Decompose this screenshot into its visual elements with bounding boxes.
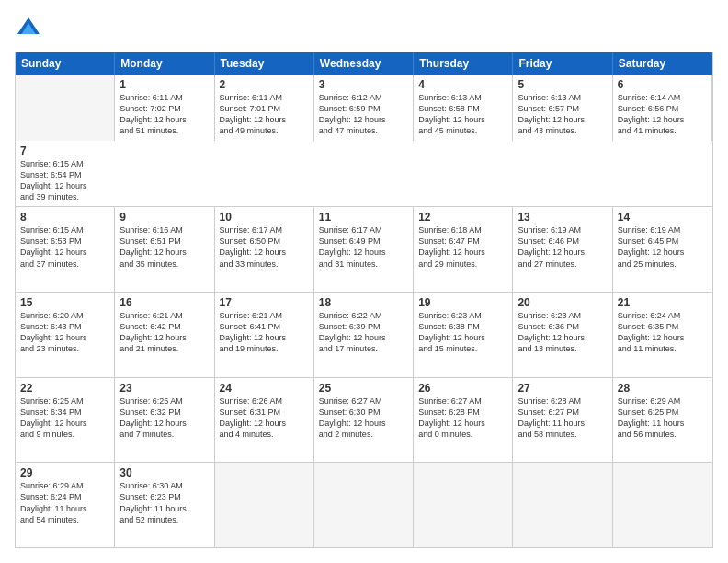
- calendar-header: SundayMondayTuesdayWednesdayThursdayFrid…: [16, 52, 712, 75]
- cell-line: and 41 minutes.: [618, 125, 707, 136]
- header-day-monday: Monday: [115, 52, 214, 75]
- cal-row-4: 29Sunrise: 6:29 AMSunset: 6:24 PMDayligh…: [16, 463, 712, 547]
- cell-line: Daylight: 12 hours: [319, 418, 408, 429]
- cell-line: and 58 minutes.: [518, 429, 607, 440]
- cell-line: Daylight: 12 hours: [119, 247, 209, 258]
- cell-line: Daylight: 12 hours: [119, 332, 209, 343]
- cell-line: Sunrise: 6:22 AM: [319, 310, 408, 321]
- cal-cell-24: 24Sunrise: 6:26 AMSunset: 6:31 PMDayligh…: [215, 378, 314, 463]
- day-number: 27: [518, 382, 607, 395]
- cal-cell-empty: [314, 463, 414, 547]
- cell-line: Sunset: 6:31 PM: [220, 407, 309, 418]
- cell-line: Sunset: 6:59 PM: [319, 103, 408, 114]
- cell-line: and 29 minutes.: [418, 259, 507, 270]
- cell-line: Sunrise: 6:24 AM: [618, 310, 708, 321]
- cell-line: and 49 minutes.: [220, 125, 309, 136]
- cal-cell-empty: [215, 463, 314, 547]
- cal-cell-29: 29Sunrise: 6:29 AMSunset: 6:24 PMDayligh…: [16, 463, 115, 547]
- cell-line: and 17 minutes.: [319, 343, 408, 354]
- day-number: 26: [418, 382, 507, 395]
- cell-line: Daylight: 12 hours: [518, 332, 607, 343]
- cell-line: Sunset: 6:36 PM: [518, 321, 607, 332]
- cell-line: Sunrise: 6:29 AM: [20, 480, 109, 491]
- day-number: 24: [220, 382, 309, 395]
- cell-line: Sunrise: 6:11 AM: [119, 92, 209, 103]
- header-day-thursday: Thursday: [414, 52, 513, 75]
- day-number: 13: [518, 211, 607, 224]
- cell-line: Sunset: 6:46 PM: [518, 236, 607, 247]
- cal-cell-empty: [16, 75, 115, 141]
- cell-line: Sunset: 6:56 PM: [618, 103, 707, 114]
- cell-line: Daylight: 12 hours: [518, 247, 607, 258]
- cal-cell-3: 3Sunrise: 6:12 AMSunset: 6:59 PMDaylight…: [314, 75, 414, 141]
- cal-cell-7: 7Sunrise: 6:15 AMSunset: 6:54 PMDaylight…: [16, 141, 115, 207]
- header-day-sunday: Sunday: [16, 52, 115, 75]
- calendar-body: 1Sunrise: 6:11 AMSunset: 7:02 PMDaylight…: [16, 75, 712, 547]
- day-number: 30: [119, 466, 209, 479]
- cal-cell-23: 23Sunrise: 6:25 AMSunset: 6:32 PMDayligh…: [115, 378, 214, 463]
- cell-line: Daylight: 12 hours: [418, 418, 507, 429]
- cell-line: Sunrise: 6:27 AM: [319, 396, 408, 407]
- day-number: 16: [119, 296, 209, 309]
- day-number: 2: [220, 78, 309, 91]
- cell-line: Sunset: 6:57 PM: [518, 103, 607, 114]
- day-number: 17: [220, 296, 309, 309]
- cal-cell-12: 12Sunrise: 6:18 AMSunset: 6:47 PMDayligh…: [414, 207, 513, 292]
- cell-line: Sunrise: 6:13 AM: [518, 92, 607, 103]
- cell-line: Sunset: 6:39 PM: [319, 321, 408, 332]
- cal-cell-10: 10Sunrise: 6:17 AMSunset: 6:50 PMDayligh…: [215, 207, 314, 292]
- cell-line: Sunrise: 6:20 AM: [20, 310, 109, 321]
- day-number: 11: [319, 211, 408, 224]
- cell-line: Sunrise: 6:14 AM: [618, 92, 707, 103]
- header-day-saturday: Saturday: [613, 52, 712, 75]
- cell-line: and 35 minutes.: [119, 259, 209, 270]
- cell-line: Daylight: 12 hours: [220, 114, 309, 125]
- cell-line: Daylight: 12 hours: [319, 114, 408, 125]
- cell-line: Sunrise: 6:16 AM: [119, 224, 209, 236]
- cell-line: and 52 minutes.: [119, 514, 209, 525]
- cell-line: and 39 minutes.: [20, 191, 110, 202]
- cell-line: Sunset: 6:25 PM: [618, 407, 708, 418]
- cal-cell-15: 15Sunrise: 6:20 AMSunset: 6:43 PMDayligh…: [16, 293, 115, 377]
- cell-line: Sunset: 6:27 PM: [518, 407, 607, 418]
- cal-cell-16: 16Sunrise: 6:21 AMSunset: 6:42 PMDayligh…: [115, 293, 214, 377]
- cal-cell-empty: [513, 463, 612, 547]
- day-number: 20: [518, 296, 607, 309]
- cal-row-1: 8Sunrise: 6:15 AMSunset: 6:53 PMDaylight…: [16, 207, 712, 293]
- cell-line: Sunrise: 6:30 AM: [119, 480, 209, 491]
- cell-line: Daylight: 12 hours: [319, 332, 408, 343]
- cell-line: Sunrise: 6:19 AM: [518, 224, 607, 236]
- day-number: 28: [618, 382, 708, 395]
- cell-line: Sunrise: 6:25 AM: [119, 396, 209, 407]
- cell-line: Sunset: 6:34 PM: [20, 407, 109, 418]
- day-number: 4: [418, 78, 507, 91]
- cell-line: Sunrise: 6:23 AM: [418, 310, 507, 321]
- cell-line: Sunset: 6:54 PM: [20, 169, 110, 180]
- cell-line: and 43 minutes.: [518, 125, 607, 136]
- cell-line: Sunset: 7:01 PM: [220, 103, 309, 114]
- cell-line: Sunset: 6:38 PM: [418, 321, 507, 332]
- calendar: SundayMondayTuesdayWednesdayThursdayFrid…: [15, 52, 713, 548]
- day-number: 7: [20, 144, 110, 157]
- cal-cell-empty: [613, 463, 712, 547]
- cell-line: Sunrise: 6:11 AM: [220, 92, 309, 103]
- logo-icon: [15, 15, 42, 42]
- cell-line: Sunrise: 6:17 AM: [319, 224, 408, 236]
- cell-line: Daylight: 12 hours: [20, 180, 110, 191]
- cal-cell-empty: [414, 463, 513, 547]
- cal-cell-26: 26Sunrise: 6:27 AMSunset: 6:28 PMDayligh…: [414, 378, 513, 463]
- cell-line: and 33 minutes.: [220, 259, 309, 270]
- cal-cell-4: 4Sunrise: 6:13 AMSunset: 6:58 PMDaylight…: [414, 75, 513, 141]
- cell-line: Sunset: 6:51 PM: [119, 236, 209, 247]
- cell-line: Sunset: 6:43 PM: [20, 321, 109, 332]
- cell-line: Sunrise: 6:17 AM: [220, 224, 309, 236]
- cell-line: Daylight: 12 hours: [418, 247, 507, 258]
- cell-line: Sunset: 6:32 PM: [119, 407, 209, 418]
- cell-line: and 0 minutes.: [418, 429, 507, 440]
- cell-line: and 4 minutes.: [220, 429, 309, 440]
- cell-line: Sunrise: 6:25 AM: [20, 396, 109, 407]
- cell-line: Sunrise: 6:15 AM: [20, 224, 109, 236]
- day-number: 21: [618, 296, 708, 309]
- day-number: 29: [20, 466, 109, 479]
- cal-cell-20: 20Sunrise: 6:23 AMSunset: 6:36 PMDayligh…: [513, 293, 612, 377]
